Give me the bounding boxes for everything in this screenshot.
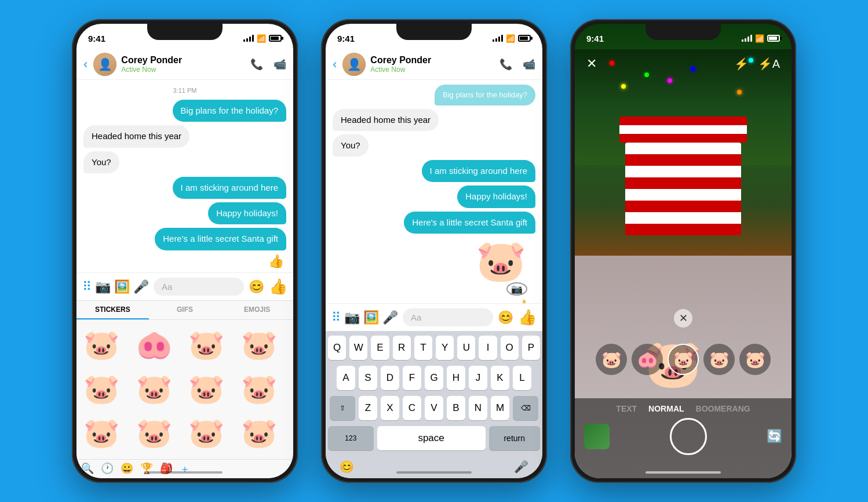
sticker-option-5[interactable]: 🐷 [739, 344, 771, 375]
mic-icon-1[interactable]: 🎤 [133, 279, 149, 294]
key-return[interactable]: return [489, 426, 541, 450]
tab-stickers-1[interactable]: STICKERS [76, 301, 149, 319]
back-button-2[interactable]: ‹ [333, 57, 337, 72]
sticker-option-2[interactable]: 🐽 [632, 344, 663, 375]
bag-icon-1[interactable]: 🎒 [160, 462, 173, 476]
key-a[interactable]: A [337, 366, 355, 390]
sticker-option-3[interactable]: 🐷 [668, 344, 699, 375]
call-button-1[interactable]: 📞 [250, 58, 263, 71]
sticker-option-4[interactable]: 🐷 [703, 344, 735, 375]
sticker-item-5[interactable]: 🐷 [81, 369, 122, 409]
sticker-item-8[interactable]: 🐷 [239, 369, 279, 409]
key-m[interactable]: M [491, 396, 509, 420]
sticker-item-1[interactable]: 🐷 [81, 325, 122, 365]
call-button-2[interactable]: 📞 [499, 58, 512, 71]
key-p[interactable]: P [522, 336, 540, 360]
key-f[interactable]: F [403, 366, 421, 390]
key-u[interactable]: U [457, 336, 475, 360]
key-i[interactable]: I [479, 336, 497, 360]
key-o[interactable]: O [501, 336, 519, 360]
sticker-item-4[interactable]: 🐷 [239, 325, 279, 365]
light-4 [621, 84, 626, 89]
phone-1: 9:41 📶 ‹ 👤 Corey Ponder [72, 19, 298, 483]
key-backspace[interactable]: ⌫ [513, 396, 538, 420]
bubble-sent-3: Happy holidays! [208, 202, 286, 224]
recent-icon-1[interactable]: 🕐 [101, 462, 114, 476]
keyboard-row-2: A S D F G H J K L [328, 366, 540, 390]
input-placeholder-1: Aa [162, 282, 172, 292]
trophy-icon-1[interactable]: 🏆 [140, 462, 153, 476]
key-t[interactable]: T [414, 336, 432, 360]
key-v[interactable]: V [425, 396, 443, 420]
key-h[interactable]: H [447, 366, 465, 390]
sticker-item-12[interactable]: 🐷 [239, 413, 279, 453]
chat-header-2: ‹ 👤 Corey Ponder Active Now 📞 📹 [326, 49, 542, 80]
add-icon-1[interactable]: ＋ [180, 462, 190, 476]
mode-boomerang[interactable]: BOOMERANG [696, 404, 750, 413]
key-c[interactable]: C [403, 396, 421, 420]
sticker-item-3[interactable]: 🐷 [186, 325, 227, 365]
key-e[interactable]: E [371, 336, 389, 360]
key-j[interactable]: J [469, 366, 487, 390]
sticker-item-6[interactable]: 🐷 [134, 369, 174, 409]
image-icon-1[interactable]: 🖼️ [114, 279, 130, 294]
key-n[interactable]: N [469, 396, 487, 420]
sticker-item-7[interactable]: 🐷 [186, 369, 227, 409]
shutter-button[interactable] [670, 418, 707, 455]
camera-close-button[interactable]: ✕ [586, 56, 597, 71]
key-space[interactable]: space [377, 426, 486, 450]
sticker-item-9[interactable]: 🐷 [81, 413, 122, 453]
tab-gifs-1[interactable]: GIFS [149, 301, 221, 319]
grid-icon-1[interactable]: ⠿ [82, 279, 92, 294]
key-x[interactable]: X [381, 396, 399, 420]
emoji-button-2[interactable]: 😊 [498, 310, 513, 325]
sticker-item-11[interactable]: 🐷 [186, 413, 227, 453]
keyboard-mic-icon[interactable]: 🎤 [514, 460, 528, 474]
key-d[interactable]: D [381, 366, 399, 390]
sticker-item-2[interactable]: 🐽 [134, 325, 174, 365]
sticker-item-10[interactable]: 🐷 [134, 413, 174, 453]
gallery-thumbnail[interactable] [584, 424, 610, 449]
tab-emojis-1[interactable]: EMOJIS [221, 301, 293, 319]
mode-text[interactable]: TEXT [616, 404, 637, 413]
image-icon-2[interactable]: 🖼️ [363, 310, 379, 325]
search-icon-1[interactable]: 🔍 [81, 462, 94, 476]
mic-icon-2[interactable]: 🎤 [382, 310, 398, 325]
video-button-1[interactable]: 📹 [273, 58, 286, 71]
battery-icon-1 [269, 35, 282, 42]
key-g[interactable]: G [425, 366, 443, 390]
bubble2-recv-1: Big plans for the holiday? [435, 85, 535, 106]
sticker-remove-button[interactable]: ✕ [674, 309, 692, 328]
key-r[interactable]: R [393, 336, 411, 360]
sticker-option-1[interactable]: 🐷 [596, 344, 627, 375]
text-input-1[interactable]: Aa [154, 278, 244, 296]
key-123[interactable]: 123 [328, 426, 374, 450]
key-b[interactable]: B [447, 396, 465, 420]
key-shift[interactable]: ⇧ [330, 396, 355, 420]
bubble2-recv-3: You? [333, 134, 369, 157]
emoji-button-1[interactable]: 😊 [249, 279, 264, 294]
key-k[interactable]: K [491, 366, 509, 390]
key-q[interactable]: Q [328, 336, 346, 360]
key-s[interactable]: S [359, 366, 377, 390]
gift-body [625, 143, 741, 235]
flip-camera-icon[interactable]: 🔄 [767, 429, 782, 444]
key-z[interactable]: Z [359, 396, 377, 420]
flash-auto-icon[interactable]: ⚡A [758, 57, 780, 71]
video-button-2[interactable]: 📹 [523, 58, 535, 71]
keyboard-emoji-icon[interactable]: 😊 [340, 460, 354, 474]
text-input-2[interactable]: Aa [403, 308, 493, 326]
camera-icon-1[interactable]: 📷 [95, 279, 111, 294]
like-button-2[interactable]: 👍 [518, 308, 537, 326]
mode-normal[interactable]: NORMAL [648, 404, 684, 413]
camera-icon-2[interactable]: 📷 [344, 310, 360, 325]
grid-icon-2[interactable]: ⠿ [331, 310, 341, 325]
camera-circle-1[interactable]: 📷 [506, 282, 527, 296]
flash-off-icon[interactable]: ⚡ [734, 57, 749, 71]
back-button-1[interactable]: ‹ [83, 57, 87, 72]
key-l[interactable]: L [513, 366, 531, 390]
like-button-1[interactable]: 👍 [269, 278, 287, 296]
smiley-icon-1[interactable]: 😀 [121, 462, 133, 476]
key-y[interactable]: Y [436, 336, 454, 360]
key-w[interactable]: W [349, 336, 367, 360]
